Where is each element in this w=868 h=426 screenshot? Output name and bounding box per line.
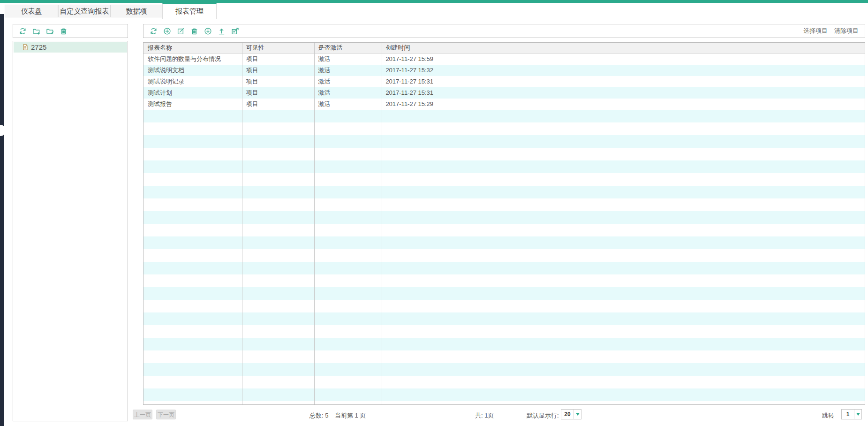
table-row[interactable]: 测试说明记录项目激活2017-11-27 15:31 [143, 76, 865, 87]
empty-row [143, 350, 865, 363]
clear-project-link[interactable]: 清除项目 [834, 27, 859, 35]
empty-row [143, 110, 865, 122]
chevron-down-icon [574, 410, 581, 419]
tree-item-2725[interactable]: 2725 [14, 42, 127, 53]
column-header-activated: 是否激活 [314, 43, 382, 53]
column-divider [382, 43, 382, 404]
panel-collapse-handle[interactable] [0, 125, 6, 136]
empty-row [143, 173, 865, 186]
column-header-created-time: 创建时间 [381, 43, 865, 53]
table-cell: 项目 [242, 99, 314, 110]
empty-row [143, 122, 865, 135]
table-cell: 软件问题的数量与分布情况 [143, 53, 242, 65]
project-links: 选择项目 清除项目 [803, 24, 859, 38]
edit-icon[interactable] [176, 27, 185, 36]
download-icon[interactable] [204, 27, 212, 36]
table-cell: 2017-11-27 15:29 [381, 99, 865, 110]
refresh-icon[interactable] [18, 27, 27, 36]
tree-item-label: 2725 [31, 43, 46, 51]
empty-row [143, 274, 865, 287]
table-cell: 测试报告 [143, 99, 242, 110]
table-stripes [143, 110, 865, 405]
table-row[interactable]: 测试计划项目激活2017-11-27 15:31 [143, 87, 865, 99]
table-cell: 2017-11-27 15:59 [381, 53, 865, 65]
empty-row [143, 236, 865, 249]
table-row[interactable]: 测试报告项目激活2017-11-27 15:29 [143, 99, 865, 110]
empty-row [143, 338, 865, 350]
table-cell: 项目 [242, 76, 314, 87]
edit-folder-icon[interactable] [45, 27, 54, 36]
empty-row [143, 287, 865, 300]
export-icon[interactable] [231, 27, 240, 36]
left-dark-rail [0, 14, 4, 426]
report-tree-panel: 2725 [13, 41, 128, 421]
tab-custom-query-report[interactable]: 自定义查询报表 [58, 5, 111, 17]
delete-icon[interactable] [59, 27, 68, 36]
table-header: 报表名称 可见性 是否激活 创建时间 [143, 43, 865, 53]
table-row[interactable]: 软件问题的数量与分布情况项目激活2017-11-27 15:59 [143, 53, 865, 65]
table-cell: 激活 [314, 76, 382, 87]
rows-per-page-label: 默认显示行: [527, 411, 559, 420]
rows-per-page-value: 20 [561, 411, 574, 418]
current-page-label: 当前第 1 页 [335, 411, 366, 420]
empty-row [143, 401, 865, 405]
total-count-label: 总数: 5 [309, 411, 328, 420]
refresh-icon[interactable] [149, 27, 158, 36]
table-cell: 测试说明记录 [143, 76, 242, 87]
table-cell: 2017-11-27 15:32 [381, 65, 865, 76]
table-cell: 项目 [242, 87, 314, 99]
empty-row [143, 135, 865, 148]
rows-per-page-select[interactable]: 20 [561, 409, 581, 419]
column-divider [242, 43, 242, 404]
tree-toolbar [13, 24, 128, 38]
prev-page-button[interactable]: 上一页 [133, 410, 152, 419]
report-toolbar: 选择项目 清除项目 [143, 24, 865, 38]
column-header-visibility: 可见性 [242, 43, 314, 53]
jump-page-select[interactable]: 1 [841, 409, 862, 419]
upload-icon[interactable] [217, 27, 226, 36]
add-icon[interactable] [163, 27, 172, 36]
empty-row [143, 312, 865, 325]
empty-row [143, 249, 865, 262]
select-project-link[interactable]: 选择项目 [803, 27, 828, 35]
table-cell: 2017-11-27 15:31 [381, 87, 865, 99]
empty-row [143, 211, 865, 224]
document-icon [22, 44, 29, 51]
add-folder-icon[interactable] [32, 27, 41, 36]
empty-row [143, 186, 865, 198]
tab-dashboard[interactable]: 仪表盘 [5, 5, 58, 17]
tab-report-management[interactable]: 报表管理 [162, 3, 217, 19]
table-cell: 测试计划 [143, 87, 242, 99]
empty-row [143, 160, 865, 173]
table-body: 软件问题的数量与分布情况项目激活2017-11-27 15:59测试说明文档项目… [143, 53, 865, 110]
empty-row [143, 376, 865, 388]
empty-row [143, 224, 865, 236]
delete-icon[interactable] [190, 27, 199, 36]
report-table: 报表名称 可见性 是否激活 创建时间 软件问题的数量与分布情况项目激活2017-… [143, 42, 865, 405]
table-cell: 激活 [314, 99, 382, 110]
chevron-down-icon [854, 410, 861, 419]
jump-page-value: 1 [842, 411, 854, 418]
table-cell: 项目 [242, 65, 314, 76]
empty-row [143, 148, 865, 160]
table-cell: 激活 [314, 87, 382, 99]
column-header-report-name: 报表名称 [143, 43, 242, 53]
tab-data-items[interactable]: 数据项 [111, 5, 162, 17]
empty-row [143, 363, 865, 376]
column-divider [314, 43, 315, 404]
table-cell: 2017-11-27 15:31 [381, 76, 865, 87]
empty-row [143, 300, 865, 312]
total-pages-label: 共: 1页 [475, 411, 494, 420]
report-management-page: 仪表盘 自定义查询报表 数据项 报表管理 [0, 0, 868, 426]
table-cell: 测试说明文档 [143, 65, 242, 76]
jump-label: 跳转 [822, 411, 834, 420]
empty-row [143, 325, 865, 338]
table-cell: 项目 [242, 53, 314, 65]
empty-row [143, 262, 865, 274]
table-cell: 激活 [314, 65, 382, 76]
main-tab-bar: 仪表盘 自定义查询报表 数据项 报表管理 [5, 3, 217, 19]
next-page-button[interactable]: 下一页 [156, 410, 176, 419]
empty-row [143, 388, 865, 401]
table-row[interactable]: 测试说明文档项目激活2017-11-27 15:32 [143, 65, 865, 76]
table-cell: 激活 [314, 53, 382, 65]
